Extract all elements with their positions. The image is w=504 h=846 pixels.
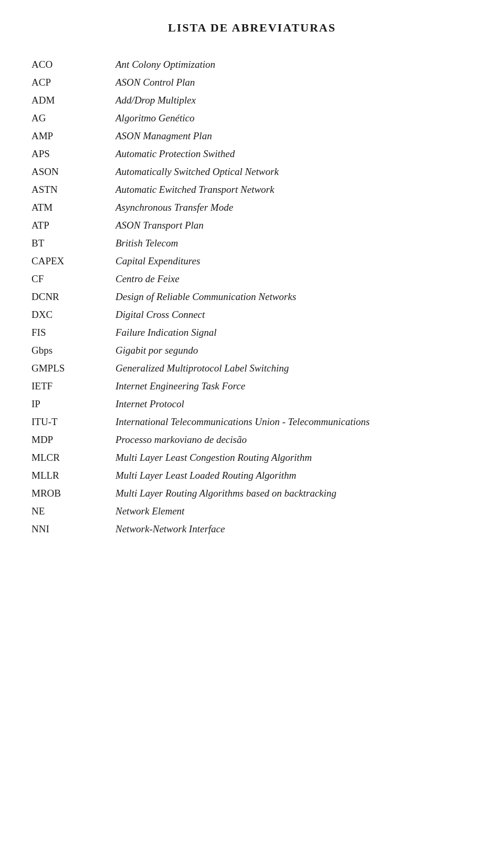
abbreviation-value: Algoritmo Genético — [116, 112, 472, 124]
abbreviation-value: Multi Layer Routing Algorithms based on … — [116, 488, 472, 499]
list-item: GbpsGigabit por segundo — [32, 342, 472, 359]
abbreviation-key: NNI — [32, 523, 116, 535]
list-item: NENetwork Element — [32, 502, 472, 520]
list-item: IPInternet Protocol — [32, 395, 472, 413]
list-item: ACPASON Control Plan — [32, 74, 472, 91]
list-item: ITU-TInternational Telecommunications Un… — [32, 413, 472, 431]
abbreviation-key: DXC — [32, 309, 116, 321]
abbreviation-value: Digital Cross Connect — [116, 309, 472, 321]
abbreviation-key: ASON — [32, 166, 116, 178]
list-item: ASTNAutomatic Ewitched Transport Network — [32, 181, 472, 199]
abbreviation-value: Generalized Multiprotocol Label Switchin… — [116, 363, 472, 374]
list-item: MROBMulti Layer Routing Algorithms based… — [32, 484, 472, 502]
list-item: ATPASON Transport Plan — [32, 216, 472, 234]
abbreviation-value: Processo markoviano de decisão — [116, 434, 472, 446]
list-item: MDPProcesso markoviano de decisão — [32, 431, 472, 449]
list-item: CAPEXCapital Expenditures — [32, 252, 472, 270]
abbreviation-value: Capital Expenditures — [116, 255, 472, 267]
list-item: NNINetwork-Network Interface — [32, 520, 472, 538]
abbreviation-value: British Telecom — [116, 238, 472, 249]
list-item: CFCentro de Feixe — [32, 270, 472, 288]
abbreviation-key: BT — [32, 238, 116, 249]
abbreviation-key: AMP — [32, 130, 116, 142]
list-item: BTBritish Telecom — [32, 234, 472, 252]
abbreviation-value: ASON Transport Plan — [116, 220, 472, 231]
abbreviation-key: ASTN — [32, 184, 116, 195]
abbreviation-key: CF — [32, 273, 116, 285]
abbreviation-value: ASON Control Plan — [116, 77, 472, 88]
abbreviation-key: IETF — [32, 380, 116, 392]
abbreviation-key: MROB — [32, 488, 116, 499]
list-item: DCNRDesign of Reliable Communication Net… — [32, 288, 472, 306]
abbreviation-value: Failure Indication Signal — [116, 327, 472, 338]
abbreviation-key: MLCR — [32, 452, 116, 463]
abbreviation-key: ADM — [32, 95, 116, 106]
abbreviation-key: ACP — [32, 77, 116, 88]
abbreviation-key: ATP — [32, 220, 116, 231]
abbreviation-value: Automatic Protection Swithed — [116, 148, 472, 160]
abbreviation-value: Automatic Ewitched Transport Network — [116, 184, 472, 195]
abbreviation-value: Ant Colony Optimization — [116, 59, 472, 70]
abbreviation-key: APS — [32, 148, 116, 160]
abbreviation-value: Multi Layer Least Loaded Routing Algorit… — [116, 470, 472, 481]
abbreviation-value: Design of Reliable Communication Network… — [116, 291, 472, 303]
abbreviation-value: Add/Drop Multiplex — [116, 95, 472, 106]
list-item: AGAlgoritmo Genético — [32, 109, 472, 127]
list-item: MLCRMulti Layer Least Congestion Routing… — [32, 449, 472, 467]
list-item: ATMAsynchronous Transfer Mode — [32, 199, 472, 216]
list-item: FISFailure Indication Signal — [32, 324, 472, 342]
list-item: ASONAutomatically Switched Optical Netwo… — [32, 163, 472, 181]
abbreviation-key: AG — [32, 112, 116, 124]
abbreviation-value: Network Element — [116, 505, 472, 517]
abbreviations-list: ACOAnt Colony OptimizationACPASON Contro… — [32, 56, 472, 538]
abbreviation-key: IP — [32, 398, 116, 410]
abbreviation-key: GMPLS — [32, 363, 116, 374]
abbreviation-key: FIS — [32, 327, 116, 338]
abbreviation-value: Internet Protocol — [116, 398, 472, 410]
page-title: LISTA DE ABREVIATURAS — [32, 21, 472, 35]
abbreviation-key: NE — [32, 505, 116, 517]
list-item: ACOAnt Colony Optimization — [32, 56, 472, 74]
abbreviation-value: International Telecommunications Union -… — [116, 416, 472, 428]
abbreviation-key: MDP — [32, 434, 116, 446]
abbreviation-value: Automatically Switched Optical Network — [116, 166, 472, 178]
abbreviation-key: ATM — [32, 202, 116, 213]
abbreviation-value: Multi Layer Least Congestion Routing Alg… — [116, 452, 472, 463]
abbreviation-key: MLLR — [32, 470, 116, 481]
list-item: MLLRMulti Layer Least Loaded Routing Alg… — [32, 467, 472, 484]
abbreviation-key: ACO — [32, 59, 116, 70]
abbreviation-key: Gbps — [32, 345, 116, 356]
list-item: DXCDigital Cross Connect — [32, 306, 472, 324]
abbreviation-value: ASON Managment Plan — [116, 130, 472, 142]
list-item: APSAutomatic Protection Swithed — [32, 145, 472, 163]
abbreviation-key: ITU-T — [32, 416, 116, 428]
abbreviation-key: CAPEX — [32, 255, 116, 267]
list-item: GMPLSGeneralized Multiprotocol Label Swi… — [32, 359, 472, 377]
list-item: IETFInternet Engineering Task Force — [32, 377, 472, 395]
abbreviation-value: Asynchronous Transfer Mode — [116, 202, 472, 213]
abbreviation-value: Centro de Feixe — [116, 273, 472, 285]
abbreviation-value: Network-Network Interface — [116, 523, 472, 535]
abbreviation-value: Gigabit por segundo — [116, 345, 472, 356]
list-item: AMPASON Managment Plan — [32, 127, 472, 145]
abbreviation-value: Internet Engineering Task Force — [116, 380, 472, 392]
abbreviation-key: DCNR — [32, 291, 116, 303]
list-item: ADMAdd/Drop Multiplex — [32, 91, 472, 109]
